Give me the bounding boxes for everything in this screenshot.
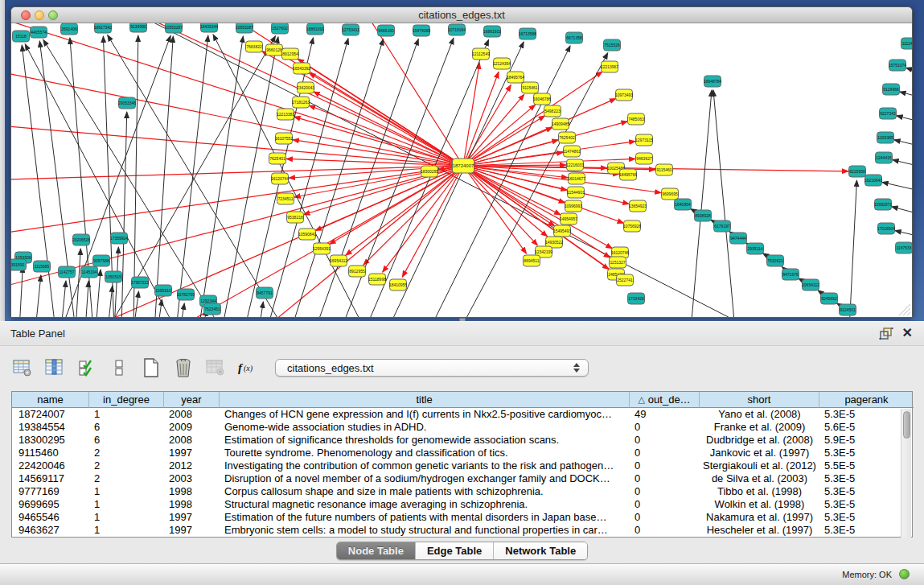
graph-node[interactable]: 12753411 (342, 24, 359, 35)
graph-node[interactable]: 10719184 (448, 24, 466, 35)
table-row[interactable]: 946362711997Embryonic stem cells: a mode… (12, 524, 912, 537)
graph-node[interactable]: 10973493 (615, 89, 633, 101)
table-row[interactable]: 911546021997Tourette syndrome. Phenomeno… (12, 447, 912, 459)
graph-node[interactable]: 12213383 (277, 109, 294, 120)
graph-node[interactable]: 7625401 (269, 153, 286, 164)
tab-network-table[interactable]: Network Table (494, 542, 587, 559)
graph-node[interactable]: 18917342 (94, 23, 112, 33)
graph-node[interactable]: 1142757 (59, 266, 76, 278)
graph-node[interactable]: 8471676 (782, 269, 799, 280)
graph-node[interactable]: 5498223 (544, 105, 561, 117)
graph-node[interactable]: 1145194 (81, 266, 98, 278)
graph-node[interactable]: 7485063 (628, 113, 645, 125)
graph-node[interactable]: 13654923 (629, 200, 647, 212)
table-row[interactable]: 1938455462009Genome-wide association stu… (12, 421, 912, 434)
graph-node[interactable]: 17359924 (110, 233, 128, 244)
graph-node[interactable]: 15495493 (553, 225, 571, 237)
graph-node[interactable]: 18724007 (453, 159, 475, 173)
graph-node[interactable]: 1733426 (628, 293, 645, 304)
graph-node[interactable]: 9457791 (257, 287, 273, 299)
graph-node[interactable]: 15118 (13, 31, 30, 42)
column-header-short[interactable]: short (700, 392, 819, 408)
graph-node[interactable]: 18435344 (200, 23, 218, 32)
column-header-name[interactable]: name (12, 392, 89, 408)
column-header-pagerank[interactable]: pagerank (819, 392, 914, 408)
graph-node[interactable]: 7625402 (559, 132, 576, 143)
table-row[interactable]: 1830029562008Estimation of significance … (12, 434, 912, 447)
table-row[interactable]: 977716911998Corpus callosum shape and si… (12, 485, 912, 498)
graph-node[interactable]: 10553287 (165, 23, 183, 33)
graph-node[interactable]: 8938928 (695, 210, 712, 221)
graph-node[interactable]: 16861910 (483, 26, 501, 37)
table-row[interactable]: 946554611997Estimation of the future num… (12, 511, 912, 524)
graph-node[interactable]: 9245652 (821, 293, 838, 304)
column-header-in_degree[interactable]: in_degree (89, 392, 164, 408)
graph-node[interactable]: 2522741 (617, 274, 634, 286)
graph-node[interactable]: 16107552 (275, 133, 293, 144)
table-row[interactable]: 969969511998Structural magnetic resonanc… (12, 498, 912, 511)
graph-node[interactable]: 1640954 (675, 199, 692, 210)
graph-node[interactable]: 8912955 (349, 266, 366, 277)
vertical-scrollbar[interactable] (901, 409, 911, 538)
network-canvas[interactable]: 7663822966012889129541654339223420043271… (11, 23, 913, 318)
table-selector-dropdown[interactable]: citations_edges.txt (275, 359, 589, 377)
graph-node[interactable]: 10590841 (298, 229, 316, 240)
graph-node[interactable]: 9466160 (378, 25, 395, 36)
graph-node[interactable]: 7515526 (604, 39, 621, 51)
float-panel-icon[interactable] (879, 328, 893, 340)
table-body[interactable]: 1872400712008Changes of HCN gene express… (12, 408, 912, 537)
graph-node[interactable]: 9134590 (130, 23, 147, 32)
graph-node[interactable]: 18410955 (389, 279, 407, 290)
graph-node[interactable]: 1115685 (34, 261, 51, 272)
graph-node[interactable]: 12112549 (472, 48, 490, 60)
graph-node[interactable]: 16954112 (330, 255, 347, 266)
graph-node[interactable]: 9115461 (522, 82, 539, 93)
graph-node[interactable]: 10756928 (623, 220, 641, 232)
graph-node[interactable]: 27181263 (292, 97, 310, 108)
graph-node[interactable]: 18300295 (421, 166, 438, 177)
graph-node[interactable]: 8694511 (524, 255, 540, 266)
graph-node[interactable]: 15751074 (889, 60, 906, 71)
tab-node-table[interactable]: Node Table (337, 542, 416, 559)
graph-node[interactable]: 8912954 (282, 48, 299, 60)
graph-node[interactable]: 7234511 (277, 193, 294, 204)
close-panel-icon[interactable]: ✕ (902, 325, 913, 340)
graph-node[interactable]: 6671358 (566, 32, 583, 43)
graph-node[interactable]: 391590 (11, 259, 27, 270)
column-header-title[interactable]: title (220, 392, 630, 408)
citation-network-graph[interactable]: 7663822966012889129541654339223420043271… (11, 23, 913, 318)
graph-node[interactable]: 16210643 (864, 175, 882, 186)
graph-node[interactable]: 9115460 (656, 164, 673, 175)
graph-node[interactable]: 9124501 (840, 304, 856, 315)
graph-node[interactable]: 17957223 (131, 277, 149, 288)
row-selection-icon[interactable] (76, 356, 98, 379)
graph-node[interactable]: 15474089 (413, 25, 430, 36)
graph-node[interactable]: 1244415 (876, 152, 893, 163)
column-visibility-icon[interactable] (43, 356, 66, 379)
table-options-icon[interactable] (11, 356, 34, 379)
graph-node[interactable]: 23420043 (297, 82, 314, 93)
canvas-resize-grip[interactable] (896, 304, 910, 315)
graph-node[interactable]: 9463627 (636, 153, 653, 164)
graph-node[interactable]: 29053346 (118, 97, 136, 109)
tab-edge-table[interactable]: Edge Table (416, 542, 494, 559)
graph-node[interactable]: 9227343 (880, 108, 897, 119)
graph-node[interactable]: 1151327 (610, 257, 626, 268)
clear-selection-icon[interactable] (108, 356, 130, 379)
graph-node[interactable]: 14954957 (560, 213, 577, 225)
graph-node[interactable]: 14909485 (552, 118, 569, 130)
graph-node[interactable]: 20206526 (72, 234, 90, 245)
graph-node[interactable]: 1527602 (272, 23, 289, 34)
graph-node[interactable]: 15118998 (368, 274, 386, 285)
column-header-out_de[interactable]: △out_de… (630, 392, 700, 408)
graph-node[interactable]: 1167533 (896, 242, 913, 253)
graph-node[interactable]: 9474444 (730, 233, 747, 244)
graph-node[interactable]: 15692971 (874, 199, 892, 210)
graph-node[interactable]: 9129966 (883, 84, 900, 95)
new-table-icon[interactable] (140, 356, 162, 379)
graph-node[interactable]: 16782759 (177, 289, 195, 300)
column-header-year[interactable]: year (164, 392, 220, 408)
graph-node[interactable]: 16120744 (271, 173, 289, 184)
graph-node[interactable]: 12954391 (313, 243, 331, 254)
graph-node[interactable]: 8215958 (849, 166, 866, 177)
